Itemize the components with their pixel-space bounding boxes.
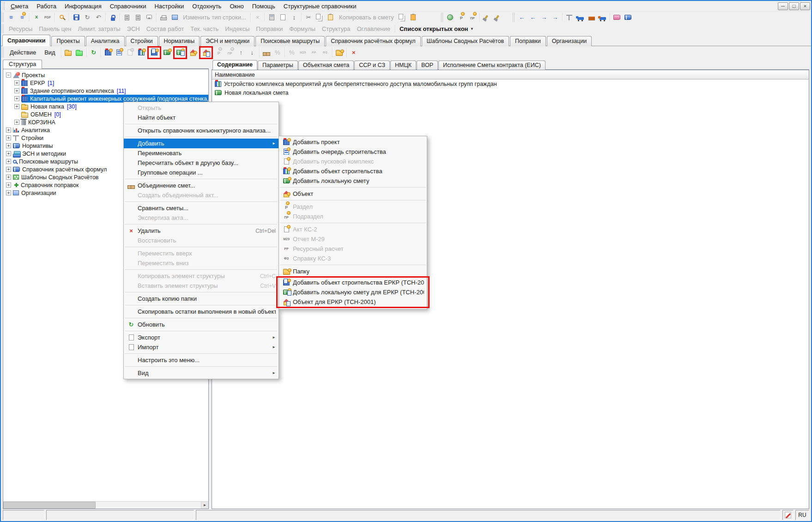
- indent-add-button[interactable]: ←: [516, 12, 527, 23]
- expander-plus-icon[interactable]: +: [6, 190, 11, 195]
- tab-spravochnik-formul[interactable]: Справочник расчётных формул: [326, 36, 420, 46]
- minimize-button[interactable]: ─: [778, 2, 788, 10]
- menu-item-import[interactable]: Импорт►: [124, 342, 279, 352]
- expander-plus-icon[interactable]: +: [14, 120, 19, 125]
- tab-poiskovye-marshruty[interactable]: Поисковые маршруты: [255, 36, 325, 46]
- new-folder-button[interactable]: [334, 48, 345, 58]
- menu-item-sravnit-smety[interactable]: Сравнить сметы...: [124, 203, 279, 213]
- move-rows-button[interactable]: ↕: [289, 12, 300, 23]
- structure-tree-button[interactable]: ≡: [6, 12, 17, 23]
- close-button[interactable]: ×: [800, 2, 810, 10]
- horizontal-scrollbar[interactable]: ►: [3, 501, 208, 509]
- outdent-button[interactable]: →: [539, 12, 550, 23]
- pink-book-button[interactable]: [612, 12, 623, 23]
- language-indicator[interactable]: RU: [795, 510, 809, 520]
- tab-obektnaya-smeta[interactable]: Объектная смета: [298, 61, 354, 70]
- chevron-down-icon[interactable]: ▾: [471, 27, 473, 31]
- search-button[interactable]: [56, 12, 67, 23]
- menu-vid[interactable]: Вид: [40, 48, 60, 57]
- submenu-item-dobavit-smetu-erkr[interactable]: Добавить локальную смету для ЕРКР (ТСН-2…: [279, 287, 427, 297]
- list-item[interactable]: Новая локальная смета: [212, 88, 809, 97]
- tab-esn-i-metodiki[interactable]: ЭСН и методики: [200, 36, 255, 46]
- tab-proekty[interactable]: Проекты: [51, 36, 85, 46]
- menu-rabota[interactable]: Работа: [32, 2, 61, 11]
- server-2-button[interactable]: [133, 12, 144, 23]
- expander-plus-icon[interactable]: +: [14, 80, 19, 85]
- expander-plus-icon[interactable]: +: [6, 127, 11, 133]
- collapse-folder-button[interactable]: [74, 48, 85, 58]
- add-to-structure-button[interactable]: ≡: [17, 12, 28, 23]
- expander-minus-icon[interactable]: −: [6, 73, 11, 78]
- menu-item-pereimenovat[interactable]: Переименовать: [124, 148, 279, 158]
- add-estimate-erkr-button[interactable]: [175, 48, 186, 58]
- list-item[interactable]: Устройство комплекса мероприятий для бес…: [212, 79, 809, 88]
- tree-item-erkr[interactable]: + ЕРКР [1]: [4, 79, 208, 87]
- delete-button[interactable]: ×: [348, 48, 359, 58]
- menu-item-udalit[interactable]: ×УдалитьCtrl+Del: [124, 226, 279, 236]
- tab-popravki[interactable]: Поправки: [510, 36, 546, 46]
- expander-plus-icon[interactable]: +: [6, 182, 11, 188]
- comment-button[interactable]: [144, 12, 155, 23]
- tab-struktura[interactable]: Структура: [3, 60, 42, 69]
- add-local-estimate-button[interactable]: [162, 48, 173, 58]
- scrollbar-thumb[interactable]: [3, 502, 96, 509]
- menu-smeta[interactable]: Смета: [6, 2, 32, 11]
- add-queue-button[interactable]: [114, 48, 125, 58]
- tab-ispolnenie-eis[interactable]: Исполнение Сметы контракта (ЕИС): [438, 61, 545, 70]
- submenu-item-dobavit-obekt-stroitelstva[interactable]: Добавить объект строительства: [279, 166, 427, 176]
- merge-estimates-button[interactable]: [261, 48, 272, 58]
- column-header-naimenovanie[interactable]: Наименование: [212, 70, 809, 79]
- calculator-button[interactable]: [267, 12, 278, 23]
- menu-item-pereschitat-obekt[interactable]: Пересчитать объект в другую базу...: [124, 158, 279, 168]
- paste-button[interactable]: [325, 12, 336, 23]
- expander-plus-icon[interactable]: +: [6, 175, 11, 180]
- menu-item-obnovit[interactable]: ↻Обновить: [124, 320, 279, 329]
- submenu-item-dobavit-proekt[interactable]: Добавить проект: [279, 137, 427, 147]
- add-object-erkr-button[interactable]: [149, 48, 160, 58]
- cut-button[interactable]: ✂: [303, 12, 314, 23]
- refresh-tree-button[interactable]: ↻: [88, 48, 99, 58]
- pdf-export-button[interactable]: PDF: [42, 12, 53, 23]
- menu-pomosch[interactable]: Помощь: [248, 2, 279, 11]
- tree-item-proekty[interactable]: − Проекты: [4, 71, 208, 79]
- blue-book-button[interactable]: [623, 12, 634, 23]
- expander-plus-icon[interactable]: +: [6, 143, 11, 148]
- paste-doc-button[interactable]: [408, 12, 419, 23]
- menu-item-dobavit[interactable]: Добавить►: [124, 139, 279, 148]
- excel-export-button[interactable]: X: [31, 12, 42, 23]
- tab-vor[interactable]: ВОР: [417, 61, 438, 70]
- menu-item-otkryt-spravochnik-konyunkturnogo-analiza[interactable]: Открыть справочник конъюнктурного анализ…: [124, 126, 279, 135]
- add-object-button[interactable]: [188, 48, 199, 58]
- menu-otdohnut[interactable]: Отдохнуть: [188, 2, 225, 11]
- expander-plus-icon[interactable]: +: [14, 88, 19, 93]
- submenu-item-dobavit-lokalnuyu-smetu[interactable]: Добавить локальную смету: [279, 176, 427, 186]
- menu-item-gruppovye-operacii[interactable]: Групповые операции ...: [124, 168, 279, 177]
- podrazdel-panel-button[interactable]: ПР: [467, 12, 478, 23]
- menu-item-eksport[interactable]: Экспорт►: [124, 333, 279, 342]
- move-up-button[interactable]: ↑: [236, 48, 247, 58]
- add-construction-object-button[interactable]: [136, 48, 147, 58]
- submenu-item-dobavit-ochered[interactable]: Добавить очередь строительства: [279, 147, 427, 157]
- save-button[interactable]: [71, 12, 82, 23]
- menu-item-nayti-obekt[interactable]: Найти объект: [124, 113, 279, 122]
- works-button[interactable]: [564, 12, 575, 23]
- submenu-item-obekt-dlya-erkr[interactable]: Объект для ЕРКР (ТСН-2001): [279, 297, 427, 307]
- tree-item-zdanie[interactable]: + Здание спортивного комплекса [11]: [4, 87, 208, 95]
- menu-item-sozdat-kopiyu-papki[interactable]: Создать копию папки: [124, 294, 279, 303]
- tab-nmck[interactable]: НМЦК: [390, 61, 416, 70]
- razdel-panel-button[interactable]: P: [456, 12, 467, 23]
- expander-plus-icon[interactable]: +: [6, 135, 11, 140]
- indent-add2-button[interactable]: ←: [527, 12, 539, 23]
- expander-plus-icon[interactable]: +: [6, 167, 11, 172]
- maximize-button[interactable]: □: [789, 2, 799, 10]
- menu-deystvie[interactable]: Действие: [6, 48, 40, 57]
- resources-button[interactable]: [445, 12, 456, 23]
- brush-button[interactable]: [481, 12, 492, 23]
- menu-item-nastroit-eto-menu[interactable]: Настроить это меню...: [124, 355, 279, 365]
- object-erkr-button[interactable]: [200, 48, 212, 58]
- expander-plus-icon[interactable]: +: [6, 159, 11, 164]
- machines-button[interactable]: [575, 12, 586, 23]
- tab-analitika[interactable]: Аналитика: [86, 36, 125, 46]
- scroll-right-button[interactable]: ►: [201, 502, 208, 509]
- menu-strukturnye-spravochniki[interactable]: Структурные справочники: [279, 2, 361, 11]
